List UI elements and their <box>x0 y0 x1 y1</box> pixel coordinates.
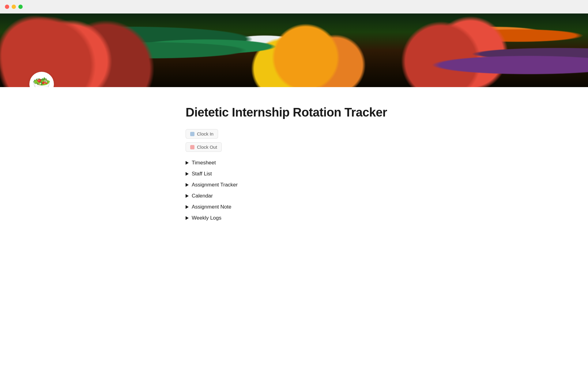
triangle-icon <box>186 161 189 165</box>
nav-item-assignment-tracker[interactable]: Assignment Tracker <box>186 180 402 190</box>
hero-banner: 🥗 <box>0 13 588 87</box>
triangle-icon <box>186 172 189 176</box>
nav-label-assignment-note: Assignment Note <box>192 204 231 210</box>
nav-list: Timesheet Staff List Assignment Tracker … <box>186 158 402 223</box>
clock-out-button[interactable]: Clock Out <box>186 142 222 152</box>
triangle-icon <box>186 205 189 209</box>
nav-item-assignment-note[interactable]: Assignment Note <box>186 202 402 212</box>
nav-label-staff-list: Staff List <box>192 171 212 177</box>
nav-item-weekly-logs[interactable]: Weekly Logs <box>186 213 402 223</box>
close-button[interactable] <box>5 5 9 9</box>
nav-label-calendar: Calendar <box>192 193 213 199</box>
nav-label-timesheet: Timesheet <box>192 160 216 166</box>
banner-background <box>0 13 588 87</box>
nav-label-assignment-tracker: Assignment Tracker <box>192 182 238 188</box>
page-container: 🥗 Dietetic Internship Rotation Tracker C… <box>0 13 588 247</box>
nav-item-staff-list[interactable]: Staff List <box>186 169 402 179</box>
clock-in-label: Clock In <box>197 131 213 136</box>
triangle-icon <box>186 216 189 220</box>
page-title: Dietetic Internship Rotation Tracker <box>186 105 402 119</box>
triangle-icon <box>186 194 189 198</box>
clock-in-button[interactable]: Clock In <box>186 129 218 139</box>
clock-in-icon <box>190 132 194 136</box>
clock-out-label: Clock Out <box>197 144 217 150</box>
title-bar <box>0 0 588 13</box>
nav-item-timesheet[interactable]: Timesheet <box>186 158 402 168</box>
maximize-button[interactable] <box>18 5 23 9</box>
action-buttons: Clock In Clock Out <box>186 129 402 152</box>
content-area: Dietetic Internship Rotation Tracker Clo… <box>156 87 432 247</box>
page-icon-emoji: 🥗 <box>32 75 51 87</box>
clock-out-icon <box>190 145 194 149</box>
nav-label-weekly-logs: Weekly Logs <box>192 215 221 221</box>
nav-item-calendar[interactable]: Calendar <box>186 191 402 201</box>
triangle-icon <box>186 183 189 187</box>
minimize-button[interactable] <box>12 5 16 9</box>
